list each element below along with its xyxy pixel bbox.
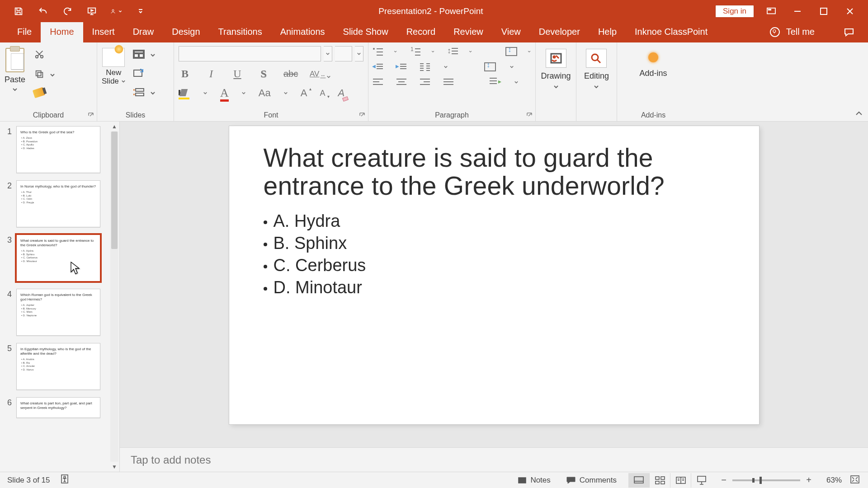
- tab-design[interactable]: Design: [163, 22, 209, 42]
- numbering-dropdown-icon[interactable]: [431, 50, 434, 53]
- layout-dropdown-icon[interactable]: [150, 52, 156, 57]
- tab-file[interactable]: File: [8, 22, 41, 42]
- line-spacing-button[interactable]: [448, 47, 455, 56]
- slide-layout-button[interactable]: [132, 49, 146, 60]
- slide-title[interactable]: What creature is said to guard the entra…: [264, 144, 725, 200]
- font-family-dropdown-icon[interactable]: [324, 46, 332, 61]
- maximize-button[interactable]: [815, 3, 833, 20]
- slide-sorter-view-button[interactable]: [649, 473, 670, 488]
- highlight-dropdown-icon[interactable]: [203, 91, 208, 95]
- notes-pane[interactable]: Tap to add notes: [120, 447, 868, 472]
- tab-review[interactable]: Review: [444, 22, 492, 42]
- accessibility-check-button[interactable]: [60, 474, 69, 486]
- line-spacing-dropdown-icon[interactable]: [469, 50, 472, 53]
- notes-toggle-button[interactable]: Notes: [514, 474, 554, 487]
- zoom-out-button[interactable]: −: [720, 475, 728, 485]
- tab-transitions[interactable]: Transitions: [209, 22, 271, 42]
- slide-body[interactable]: A. HydraB. SphinxC. CerberusD. Minotaur: [264, 211, 725, 297]
- undo-button[interactable]: [37, 5, 49, 17]
- change-case-dropdown-icon[interactable]: [283, 91, 288, 95]
- section-dropdown-icon[interactable]: [150, 89, 156, 95]
- paragraph-launcher-icon[interactable]: [526, 112, 533, 118]
- tab-animations[interactable]: Animations: [271, 22, 334, 42]
- tab-developer[interactable]: Developer: [530, 22, 589, 42]
- drawing-dropdown-icon[interactable]: [553, 84, 559, 89]
- clipboard-launcher-icon[interactable]: [88, 112, 94, 118]
- underline-button[interactable]: U: [231, 68, 244, 80]
- align-center-button[interactable]: [396, 79, 406, 86]
- slide-thumbnail[interactable]: What creature is said to guard the entra…: [16, 235, 100, 282]
- editing-dropdown-icon[interactable]: [594, 84, 599, 89]
- align-right-button[interactable]: [420, 79, 430, 86]
- section-button[interactable]: [132, 87, 146, 98]
- decrease-indent-button[interactable]: [373, 63, 383, 71]
- bold-button[interactable]: B: [179, 68, 191, 80]
- slide-bullet-item[interactable]: D. Minotaur: [264, 278, 725, 297]
- text-highlight-button[interactable]: [179, 88, 190, 98]
- zoom-slider[interactable]: [732, 479, 800, 481]
- paste-button[interactable]: Paste: [5, 47, 25, 92]
- slide-counter[interactable]: Slide 3 of 15: [7, 476, 50, 485]
- font-size-combobox[interactable]: [335, 46, 352, 61]
- thumbnail-scrollbar[interactable]: ▲ ▼: [109, 122, 119, 472]
- font-color-button[interactable]: A: [220, 86, 229, 100]
- slide-canvas[interactable]: What creature is said to guard the entra…: [229, 126, 759, 424]
- slide-show-view-button[interactable]: [691, 473, 712, 488]
- customize-qat-button[interactable]: [135, 5, 146, 17]
- paste-dropdown-icon[interactable]: [12, 87, 18, 92]
- close-button[interactable]: [841, 3, 859, 20]
- reset-slide-button[interactable]: [132, 68, 146, 79]
- tab-draw[interactable]: Draw: [124, 22, 163, 42]
- text-shadow-button[interactable]: S: [257, 68, 270, 80]
- align-text-button[interactable]: [484, 62, 496, 71]
- scroll-track[interactable]: [110, 131, 118, 462]
- format-painter-button[interactable]: [33, 89, 55, 97]
- cut-button[interactable]: [33, 49, 45, 60]
- tab-insert[interactable]: Insert: [83, 22, 124, 42]
- tab-view[interactable]: View: [492, 22, 530, 42]
- justify-button[interactable]: [443, 79, 453, 86]
- tell-me-search[interactable]: Tell me: [765, 22, 868, 42]
- reading-view-button[interactable]: [670, 473, 691, 488]
- present-from-beginning-button[interactable]: [86, 5, 98, 17]
- addins-button[interactable]: Add-ins: [622, 45, 685, 78]
- convert-to-smartart-button[interactable]: [490, 78, 500, 87]
- bullets-dropdown-icon[interactable]: [394, 50, 397, 53]
- fit-to-window-button[interactable]: [850, 475, 861, 486]
- strikethrough-button[interactable]: abc: [283, 69, 296, 79]
- font-color-dropdown-icon[interactable]: [241, 91, 246, 95]
- save-button[interactable]: [13, 5, 24, 17]
- quick-access-user-button[interactable]: [110, 5, 122, 17]
- zoom-slider-handle[interactable]: [760, 477, 762, 484]
- comments-pane-icon[interactable]: [844, 28, 854, 37]
- text-direction-button[interactable]: [505, 47, 514, 56]
- scroll-thumb[interactable]: [111, 131, 118, 249]
- slide-bullet-item[interactable]: C. Cerberus: [264, 256, 725, 275]
- comments-toggle-button[interactable]: Comments: [562, 474, 620, 487]
- character-spacing-button[interactable]: AV↔: [310, 70, 331, 79]
- slide-thumbnail[interactable]: Who is the Greek god of the sea?• A. Zeu…: [16, 126, 100, 173]
- zoom-in-button[interactable]: +: [805, 475, 813, 485]
- tab-home[interactable]: Home: [41, 22, 83, 42]
- slide-bullet-item[interactable]: A. Hydra: [264, 211, 725, 231]
- increase-indent-button[interactable]: [396, 63, 406, 71]
- decrease-font-size-button[interactable]: A: [320, 89, 325, 98]
- clear-formatting-button[interactable]: A: [338, 87, 344, 99]
- sign-in-button[interactable]: Sign in: [715, 5, 754, 18]
- tab-inknoe-classpoint[interactable]: Inknoe ClassPoint: [626, 22, 717, 42]
- align-text-dropdown-icon[interactable]: [509, 65, 514, 69]
- align-left-button[interactable]: [373, 79, 383, 86]
- slide-thumbnail[interactable]: What creature is part lion, part goat, a…: [16, 397, 100, 418]
- copy-dropdown-icon[interactable]: [50, 71, 55, 77]
- copy-button[interactable]: [33, 69, 45, 80]
- normal-view-button[interactable]: [628, 473, 649, 488]
- italic-button[interactable]: I: [205, 68, 217, 80]
- drawing-button[interactable]: Drawing: [541, 45, 571, 89]
- numbering-button[interactable]: [410, 47, 418, 56]
- ribbon-display-options-button[interactable]: [762, 3, 780, 20]
- columns-button[interactable]: [420, 62, 430, 71]
- tab-slide-show[interactable]: Slide Show: [334, 22, 397, 42]
- increase-font-size-button[interactable]: A: [301, 87, 307, 99]
- scroll-up-button[interactable]: ▲: [109, 122, 119, 131]
- text-direction-dropdown-icon[interactable]: [528, 50, 531, 53]
